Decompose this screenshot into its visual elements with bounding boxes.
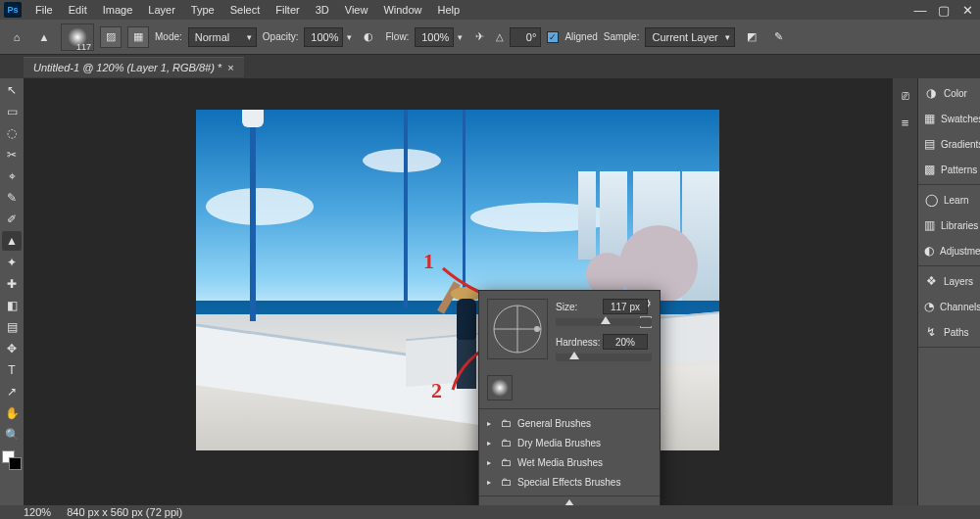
- window-close-button[interactable]: ✕: [958, 3, 976, 18]
- brush-size-label: Size:: [556, 302, 597, 312]
- tool-gradient[interactable]: ◧: [2, 296, 22, 315]
- opacity-input[interactable]: 100%: [304, 27, 343, 47]
- home-icon[interactable]: ⌂: [6, 26, 27, 48]
- tool-dodge[interactable]: ✥: [2, 339, 22, 358]
- tool-hand[interactable]: ✋: [2, 403, 22, 423]
- menu-layer[interactable]: Layer: [140, 2, 183, 18]
- window-minimize-button[interactable]: —: [911, 3, 929, 18]
- brush-size-slider[interactable]: [556, 318, 652, 326]
- layers-icon: ❖: [924, 274, 938, 288]
- brush-angle-preview[interactable]: [487, 299, 548, 359]
- color-icon: ◑: [924, 86, 938, 100]
- options-bar: ⌂ ▲ 117 ▨ ▦ Mode: Normal Opacity: 100% ▾…: [0, 20, 980, 55]
- properties-icon[interactable]: ⎚: [897, 86, 914, 104]
- panel-patterns[interactable]: ▩Patterns: [922, 161, 976, 178]
- patterns-icon: ▩: [924, 163, 935, 176]
- brush-folder[interactable]: ▸🗀General Brushes: [479, 413, 660, 433]
- angle-icon: △: [496, 31, 504, 42]
- menu-type[interactable]: Type: [183, 2, 222, 18]
- brush-panel-resize-handle[interactable]: [479, 495, 660, 505]
- tool-move[interactable]: ↖: [2, 80, 22, 100]
- menu-view[interactable]: View: [337, 2, 376, 18]
- libraries-icon: ▥: [924, 218, 935, 232]
- swatches-icon: ▦: [924, 112, 935, 125]
- toggle-brush-settings-button[interactable]: ▦: [127, 26, 149, 48]
- stamp-tool-icon[interactable]: ▲: [33, 26, 55, 48]
- angle-input[interactable]: 0°: [510, 27, 541, 47]
- panel-swatches[interactable]: ▦Swatches: [922, 110, 976, 127]
- tool-brush[interactable]: ✦: [2, 253, 22, 272]
- toggle-brush-panel-button[interactable]: ▨: [100, 26, 122, 48]
- tool-clone-stamp[interactable]: ▲: [2, 231, 22, 251]
- mode-label: Mode:: [155, 31, 182, 42]
- folder-icon: 🗀: [501, 437, 512, 448]
- menu-select[interactable]: Select: [222, 2, 269, 18]
- menu-window[interactable]: Window: [375, 2, 429, 18]
- tool-marquee[interactable]: ▭: [2, 102, 22, 121]
- pressure-opacity-icon[interactable]: ◐: [358, 26, 379, 48]
- menu-3d[interactable]: 3D: [308, 2, 337, 18]
- tools-panel: ↖ ▭ ◌ ✂ ⌖ ✎ ✐ ▲ ✦ ✚ ◧ ▤ ✥ T ↗ ✋ 🔍: [0, 78, 24, 505]
- document-tab-bar: Untitled-1 @ 120% (Layer 1, RGB/8#) * ×: [0, 55, 980, 78]
- panel-libraries[interactable]: ▥Libraries: [922, 216, 976, 234]
- canvas-area[interactable]: 1 2 ⚙ ⊞ Size: 117 px: [24, 78, 892, 505]
- tool-eraser[interactable]: ▤: [2, 317, 22, 337]
- brush-preset-soft[interactable]: [487, 375, 513, 401]
- ignore-adjustment-icon[interactable]: ◩: [741, 26, 762, 48]
- brush-hardness-label: Hardness:: [556, 337, 597, 348]
- menu-edit[interactable]: Edit: [61, 2, 95, 18]
- aligned-checkbox[interactable]: ✓: [547, 31, 559, 43]
- flow-label: Flow:: [385, 31, 409, 42]
- brush-folder[interactable]: ▸🗀Special Effects Brushes: [479, 472, 660, 492]
- tool-lasso[interactable]: ◌: [2, 123, 22, 143]
- panel-learn[interactable]: ◯Learn: [922, 191, 976, 209]
- opacity-dropdown-icon[interactable]: ▾: [347, 32, 352, 42]
- status-zoom[interactable]: 120%: [24, 506, 51, 518]
- flow-input[interactable]: 100%: [415, 27, 454, 47]
- brush-hardness-slider[interactable]: [556, 354, 652, 361]
- brush-preset-picker[interactable]: 117: [61, 24, 94, 51]
- airbrush-icon[interactable]: ✈: [468, 26, 490, 48]
- panel-gradients[interactable]: ▤Gradients: [922, 135, 976, 153]
- tool-path[interactable]: ↗: [2, 382, 22, 401]
- pressure-size-icon[interactable]: ✎: [768, 26, 790, 48]
- menu-bar: Ps File Edit Image Layer Type Select Fil…: [0, 0, 980, 20]
- right-panels: ◑Color ▦Swatches ▤Gradients ▩Patterns ◯L…: [917, 78, 980, 505]
- menu-help[interactable]: Help: [430, 2, 468, 18]
- menu-image[interactable]: Image: [95, 2, 141, 18]
- brush-hardness-input[interactable]: 20%: [603, 334, 648, 350]
- adjustments-icon[interactable]: ≡: [897, 114, 914, 131]
- flow-dropdown-icon[interactable]: ▾: [458, 32, 463, 42]
- opacity-label: Opacity:: [263, 31, 299, 42]
- channels-icon: ◔: [924, 300, 934, 313]
- brush-folder[interactable]: ▸🗀Dry Media Brushes: [479, 433, 660, 452]
- tool-eyedropper[interactable]: ✎: [2, 188, 22, 208]
- status-docinfo: 840 px x 560 px (72 ppi): [67, 506, 182, 518]
- panel-adjustments[interactable]: ◐Adjustme…: [922, 242, 976, 260]
- tool-crop[interactable]: ✂: [2, 145, 22, 165]
- panel-layers[interactable]: ❖Layers: [922, 272, 976, 290]
- tool-type[interactable]: T: [2, 360, 22, 380]
- tool-healing[interactable]: ✐: [2, 210, 22, 229]
- panel-channels[interactable]: ◔Channels: [922, 298, 976, 315]
- tool-zoom[interactable]: 🔍: [2, 425, 22, 445]
- menu-filter[interactable]: Filter: [268, 2, 307, 18]
- tool-frame[interactable]: ⌖: [2, 166, 22, 186]
- blend-mode-select[interactable]: Normal: [188, 27, 257, 47]
- document-tab[interactable]: Untitled-1 @ 120% (Layer 1, RGB/8#) * ×: [24, 57, 244, 77]
- sample-label: Sample:: [604, 31, 640, 42]
- app-logo: Ps: [4, 2, 22, 18]
- tool-history-brush[interactable]: ✚: [2, 274, 22, 294]
- svg-point-3: [534, 326, 540, 332]
- gradients-icon: ▤: [924, 137, 935, 151]
- color-swatch[interactable]: [2, 450, 22, 470]
- panel-paths[interactable]: ↯Paths: [922, 323, 976, 341]
- sample-select[interactable]: Current Layer: [645, 27, 734, 47]
- menu-file[interactable]: File: [27, 2, 61, 18]
- tab-close-button[interactable]: ×: [227, 62, 233, 73]
- brush-folder[interactable]: ▸🗀Wet Media Brushes: [479, 452, 660, 472]
- panel-color[interactable]: ◑Color: [922, 84, 976, 102]
- window-maximize-button[interactable]: ▢: [935, 3, 953, 18]
- annotation-1: 1: [423, 249, 434, 274]
- brush-size-input[interactable]: 117 px: [603, 299, 648, 314]
